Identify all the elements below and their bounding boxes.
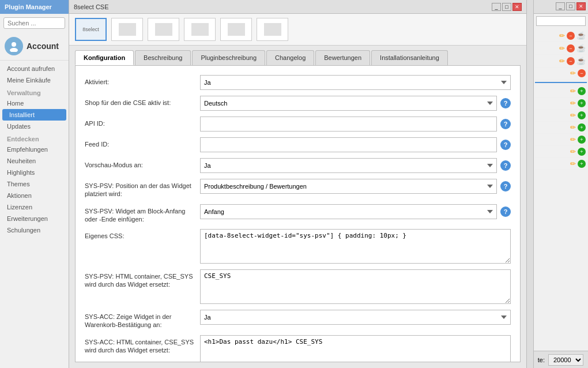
right-maximize-button[interactable]: □ xyxy=(566,2,575,10)
edit-icon[interactable]: ✏ xyxy=(570,136,576,144)
plugin-thumb-2[interactable] xyxy=(111,18,143,41)
tab-bewertungen[interactable]: Bewertungen xyxy=(315,50,370,65)
cup-icon[interactable]: ☕ xyxy=(576,31,586,40)
content-area: Aktiviert: JaNein Shop für den die CSE a… xyxy=(75,65,521,362)
edit-icon[interactable]: ✏ xyxy=(570,148,576,156)
plugin-thumb-3[interactable] xyxy=(148,18,179,41)
right-search-input[interactable] xyxy=(536,16,586,26)
add-icon[interactable]: + xyxy=(578,87,586,95)
edit-icon[interactable]: ✏ xyxy=(570,123,576,132)
delete-icon[interactable]: − xyxy=(578,69,586,77)
scrollbar[interactable] xyxy=(526,0,533,368)
delete-icon[interactable]: − xyxy=(567,32,575,40)
tab-pluginbeschreibung[interactable]: Pluginbeschreibung xyxy=(192,50,265,65)
add-icon[interactable]: + xyxy=(578,136,586,144)
add-icon[interactable]: + xyxy=(578,123,586,132)
left-navigation: Account aufrufen Meine Einkäufe Verwaltu… xyxy=(0,61,69,238)
plugin-thumb-4[interactable] xyxy=(184,18,216,41)
separator xyxy=(535,82,587,83)
edit-icon[interactable]: ✏ xyxy=(559,44,565,52)
select-sys-psv-position[interactable]: Produktbeschreibung / Bewertungen xyxy=(200,179,497,194)
nav-aktionen[interactable]: Aktionen xyxy=(0,190,69,201)
control-sys-psv-position: Produktbeschreibung / Bewertungen ? xyxy=(200,179,511,194)
select-aktiviert[interactable]: JaNein xyxy=(200,75,511,90)
edit-icon[interactable]: ✏ xyxy=(570,111,576,119)
textarea-sys-acc-html[interactable]: <h1>Das passt dazu</h1> CSE_SYS xyxy=(200,335,511,362)
tab-beschreibung[interactable]: Beschreibung xyxy=(135,50,191,65)
tabs-bar: Konfiguration Beschreibung Pluginbeschre… xyxy=(69,46,526,65)
svg-point-0 xyxy=(12,42,16,47)
textarea-eigenes-css[interactable]: [data-8select-widget-id="sys-psv"] { pad… xyxy=(200,229,511,264)
field-eigenes-css: Eigenes CSS: [data-8select-widget-id="sy… xyxy=(85,229,511,264)
cup-icon[interactable]: ☕ xyxy=(576,57,586,65)
help-icon-vorschau[interactable]: ? xyxy=(500,160,511,171)
tab-changelog[interactable]: Changelog xyxy=(266,50,314,65)
nav-empfehlungen[interactable]: Empfehlungen xyxy=(0,144,69,155)
nav-schulungen[interactable]: Schulungen xyxy=(0,224,69,236)
help-icon-api-id[interactable]: ? xyxy=(500,119,511,129)
title-bar: 8select CSE _ □ ✕ xyxy=(69,0,526,14)
plugin-thumb-5[interactable] xyxy=(220,18,252,41)
label-sys-psv-position: SYS-PSV: Position an der das Widget plat… xyxy=(85,179,200,198)
nav-home[interactable]: Home xyxy=(0,97,69,109)
edit-icon[interactable]: ✏ xyxy=(570,69,576,77)
control-api-id: ? xyxy=(200,117,511,132)
select-shop[interactable]: DeutschEnglish xyxy=(200,96,497,111)
nav-updates[interactable]: Updates xyxy=(0,121,69,132)
field-sys-acc-html: SYS-ACC: HTML container, CSE_SYS wird du… xyxy=(85,335,511,362)
input-feed-id[interactable] xyxy=(200,137,497,152)
add-icon[interactable]: + xyxy=(578,99,586,107)
label-aktiviert: Aktiviert: xyxy=(85,75,200,86)
search-input[interactable] xyxy=(3,17,65,29)
add-icon[interactable]: + xyxy=(578,160,586,168)
edit-icon[interactable]: ✏ xyxy=(570,99,576,107)
nav-themes[interactable]: Themes xyxy=(0,178,69,190)
delete-icon[interactable]: − xyxy=(567,57,575,65)
field-sys-acc-zeige: SYS-ACC: Zeige Widget in der Warenkorb-B… xyxy=(85,310,511,329)
help-icon-sys-psv-position[interactable]: ? xyxy=(500,181,511,191)
list-item: ✏ − ☕ xyxy=(535,29,587,42)
help-icon-shop[interactable]: ? xyxy=(500,98,511,108)
add-icon[interactable]: + xyxy=(578,111,586,119)
tab-installationsanleitung[interactable]: Installationsanleitung xyxy=(371,50,448,65)
tab-konfiguration[interactable]: Konfiguration xyxy=(75,50,134,65)
list-item: ✏ − ☕ xyxy=(535,42,587,55)
control-eigenes-css: [data-8select-widget-id="sys-psv"] { pad… xyxy=(200,229,511,264)
plugin-thumb-1[interactable]: 8select xyxy=(75,18,107,41)
select-vorschau[interactable]: JaNein xyxy=(200,158,497,173)
input-api-id[interactable] xyxy=(200,117,497,132)
field-feed-id: Feed ID: ? xyxy=(85,137,511,152)
add-icon[interactable]: + xyxy=(578,148,586,156)
delete-icon[interactable]: − xyxy=(567,44,575,52)
right-minimize-button[interactable]: _ xyxy=(556,2,565,10)
textarea-sys-psv-html[interactable]: CSE_SYS xyxy=(200,269,511,304)
list-item: ✏ + xyxy=(535,97,587,110)
control-shop: DeutschEnglish ? xyxy=(200,96,511,111)
select-sys-acc-zeige[interactable]: JaNein xyxy=(200,310,511,325)
nav-installiert[interactable]: Installiert xyxy=(2,109,66,121)
edit-icon[interactable]: ✏ xyxy=(570,87,576,95)
bottom-select[interactable]: 20000 xyxy=(548,354,583,366)
minimize-button[interactable]: _ xyxy=(492,3,501,11)
maximize-button[interactable]: □ xyxy=(502,3,511,11)
field-vorschau: Vorschau-Modus an: JaNein ? xyxy=(85,158,511,173)
right-close-button[interactable]: ✕ xyxy=(576,2,586,10)
list-item: ✏ + xyxy=(535,85,587,97)
nav-lizenzen[interactable]: Lizenzen xyxy=(0,201,69,213)
nav-account-aufrufen[interactable]: Account aufrufen xyxy=(0,63,69,74)
nav-highlights[interactable]: Highlights xyxy=(0,167,69,178)
close-button[interactable]: ✕ xyxy=(512,3,522,11)
edit-icon[interactable]: ✏ xyxy=(559,32,565,40)
help-icon-feed-id[interactable]: ? xyxy=(500,140,511,150)
cup-icon[interactable]: ☕ xyxy=(576,44,586,52)
select-sys-psv-block[interactable]: AnfangEnde xyxy=(200,204,497,219)
help-icon-sys-psv-block[interactable]: ? xyxy=(500,206,511,217)
edit-icon[interactable]: ✏ xyxy=(570,160,576,168)
edit-icon[interactable]: ✏ xyxy=(559,57,565,65)
nav-neuheiten[interactable]: Neuheiten xyxy=(0,155,69,167)
control-sys-acc-zeige: JaNein xyxy=(200,310,511,325)
right-panel: _ □ ✕ ✏ − ☕ ✏ − ☕ ✏ − ☕ xyxy=(533,0,588,368)
plugin-thumb-6[interactable] xyxy=(257,18,288,41)
nav-meine-einkaufe[interactable]: Meine Einkäufe xyxy=(0,74,69,86)
nav-erweiterungen[interactable]: Erweiterungen xyxy=(0,213,69,224)
